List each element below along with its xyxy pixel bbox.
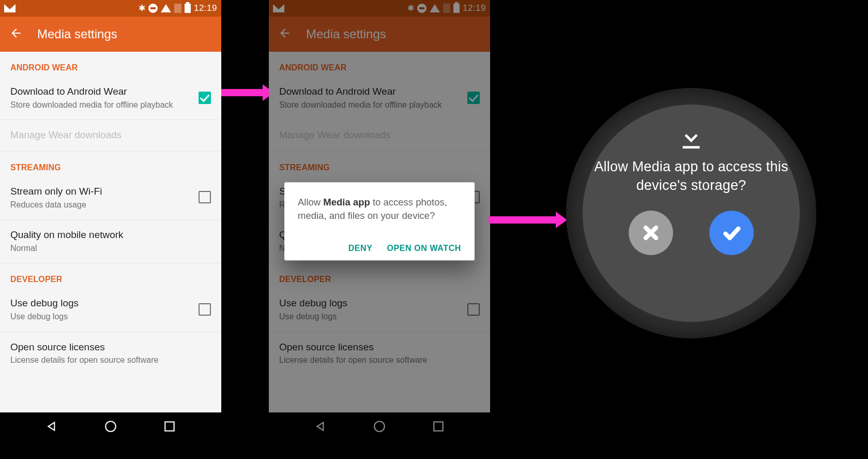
page-title: Media settings	[37, 27, 117, 41]
row-title: Use debug logs	[10, 297, 79, 310]
watch-accept-button[interactable]	[709, 211, 754, 255]
section-header-wear: ANDROID WEAR	[0, 52, 221, 77]
row-quality-mobile[interactable]: Quality on mobile network Normal	[0, 220, 221, 263]
row-subtitle: Reduces data usage	[10, 199, 102, 211]
nav-recents-icon[interactable]	[163, 420, 176, 435]
row-title: Download to Android Wear	[10, 85, 173, 98]
status-bar: 12:19	[0, 0, 221, 17]
row-subtitle: License details for open source software	[10, 354, 158, 366]
row-manage-wear-downloads[interactable]: Manage Wear downloads	[0, 120, 221, 152]
row-title: Quality on mobile network	[10, 228, 124, 242]
phone-screen-1: 12:19 Media settings ANDROID WEAR Downlo…	[0, 0, 221, 442]
section-header-streaming: STREAMING	[0, 152, 221, 176]
permission-dialog: Allow Media app to access photos, media,…	[284, 182, 475, 261]
row-subtitle: Use debug logs	[10, 311, 79, 322]
section-header-developer: DEVELOPER	[0, 263, 221, 288]
battery-icon	[185, 4, 191, 13]
no-sim-icon	[174, 4, 181, 13]
row-download-to-wear[interactable]: Download to Android Wear Store downloade…	[0, 77, 221, 120]
row-title: Open source licenses	[10, 340, 158, 354]
row-open-source-licenses[interactable]: Open source licenses License details for…	[0, 332, 221, 375]
watch-face: Allow Media app to access this device's …	[583, 105, 800, 322]
permission-dialog-text: Allow Media app to access photos, media,…	[298, 196, 461, 224]
row-subtitle: Normal	[10, 243, 124, 254]
back-arrow-icon[interactable]	[9, 26, 23, 42]
app-bar: Media settings	[0, 17, 221, 52]
bluetooth-icon	[139, 3, 145, 13]
row-title: Stream only on Wi-Fi	[10, 185, 102, 198]
nav-bar	[0, 412, 221, 442]
checkbox-download-to-wear[interactable]	[199, 92, 211, 104]
dialog-deny-button[interactable]: DENY	[348, 244, 373, 253]
flow-arrow-icon	[489, 216, 556, 224]
checkbox-stream-wifi-only[interactable]	[199, 191, 211, 203]
dnd-icon	[148, 4, 158, 13]
row-title: Manage Wear downloads	[10, 128, 121, 142]
watch-permission-text: Allow Media app to access this device's …	[583, 157, 800, 195]
svg-point-0	[105, 421, 116, 432]
gmail-icon	[4, 4, 16, 12]
nav-home-icon[interactable]	[104, 420, 117, 435]
wifi-icon	[161, 4, 171, 12]
download-icon	[677, 123, 706, 154]
clock: 12:19	[194, 3, 217, 13]
row-stream-wifi-only[interactable]: Stream only on Wi-Fi Reduces data usage	[0, 176, 221, 220]
row-debug-logs[interactable]: Use debug logs Use debug logs	[0, 288, 221, 332]
watch-deny-button[interactable]	[629, 211, 673, 255]
phone-screen-2: 12:19 Media settings ANDROID WEAR Downlo…	[269, 0, 490, 442]
watch-screen: Allow Media app to access this device's …	[566, 88, 816, 338]
checkbox-debug-logs[interactable]	[199, 303, 211, 316]
row-subtitle: Store downloaded media for offline playb…	[10, 99, 173, 111]
nav-back-icon[interactable]	[45, 420, 59, 435]
svg-rect-1	[165, 422, 174, 431]
dialog-open-on-watch-button[interactable]: OPEN ON WATCH	[387, 244, 461, 253]
flow-arrow-icon	[221, 89, 263, 96]
